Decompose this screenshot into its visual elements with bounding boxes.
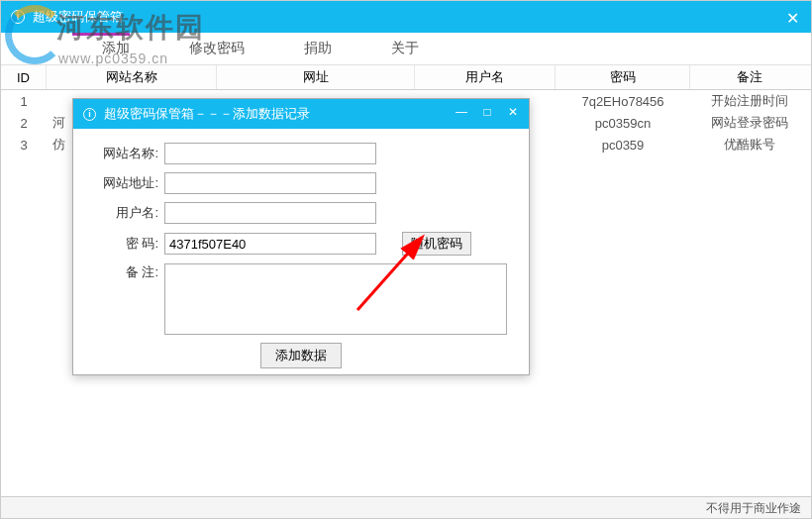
menu-about[interactable]: 关于: [361, 40, 449, 57]
input-password[interactable]: [164, 233, 376, 255]
label-username: 用户名:: [91, 204, 158, 222]
th-url[interactable]: 网址: [217, 65, 415, 89]
info-icon: i: [11, 10, 25, 24]
main-title: 超级密码保管箱: [33, 8, 123, 26]
input-site-url[interactable]: [164, 172, 376, 194]
cell-id: 2: [1, 112, 47, 134]
minimize-icon[interactable]: —: [454, 105, 469, 119]
th-user[interactable]: 用户名: [415, 65, 556, 89]
cell-note: 网站登录密码: [690, 112, 809, 134]
label-password: 密 码:: [91, 235, 158, 253]
maximize-icon[interactable]: □: [479, 105, 495, 119]
close-icon[interactable]: ✕: [786, 9, 799, 28]
add-data-button[interactable]: 添加数据: [260, 343, 342, 368]
dialog-body: 网站名称: 网站地址: 用户名: 密 码: 随机密码 备 注: 添加数据: [73, 129, 529, 378]
menu-active-indicator: [72, 33, 130, 36]
label-site-url: 网站地址:: [91, 174, 158, 192]
info-icon: i: [83, 108, 96, 121]
random-password-button[interactable]: 随机密码: [402, 232, 471, 256]
input-site-name[interactable]: [164, 143, 376, 164]
cell-note: 开始注册时间: [690, 90, 809, 112]
add-record-dialog: i 超级密码保管箱－－－添加数据记录 — □ ✕ 网站名称: 网站地址: 用户名…: [72, 98, 530, 375]
cell-pass: pc0359: [556, 134, 690, 156]
dialog-title: 超级密码保管箱－－－添加数据记录: [104, 105, 310, 123]
input-username[interactable]: [164, 202, 376, 224]
th-pass[interactable]: 密码: [556, 65, 690, 89]
label-site-name: 网站名称:: [91, 145, 158, 162]
menu-donate[interactable]: 捐助: [274, 40, 361, 57]
dialog-titlebar[interactable]: i 超级密码保管箱－－－添加数据记录 — □ ✕: [73, 99, 529, 129]
main-titlebar: i 超级密码保管箱 ✕: [1, 1, 811, 33]
menubar: 添加 修改密码 捐助 关于: [1, 33, 811, 64]
cell-note: 优酷账号: [690, 134, 809, 156]
th-note[interactable]: 备注: [690, 65, 809, 89]
cell-pass: pc0359cn: [556, 112, 690, 134]
cell-id: 1: [1, 90, 47, 112]
footer-text: 不得用于商业作途: [706, 501, 801, 515]
status-bar: 不得用于商业作途: [1, 496, 811, 518]
menu-add[interactable]: 添加: [72, 40, 159, 57]
label-note: 备 注:: [91, 263, 158, 281]
th-name[interactable]: 网站名称: [47, 65, 217, 89]
close-icon[interactable]: ✕: [505, 105, 521, 119]
th-id[interactable]: ID: [1, 65, 47, 89]
cell-id: 3: [1, 134, 47, 156]
table-header: ID 网站名称 网址 用户名 密码 备注: [1, 64, 811, 90]
menu-change-password[interactable]: 修改密码: [159, 40, 274, 57]
cell-pass: 7q2EHo78456: [556, 90, 690, 112]
input-note[interactable]: [164, 263, 507, 335]
